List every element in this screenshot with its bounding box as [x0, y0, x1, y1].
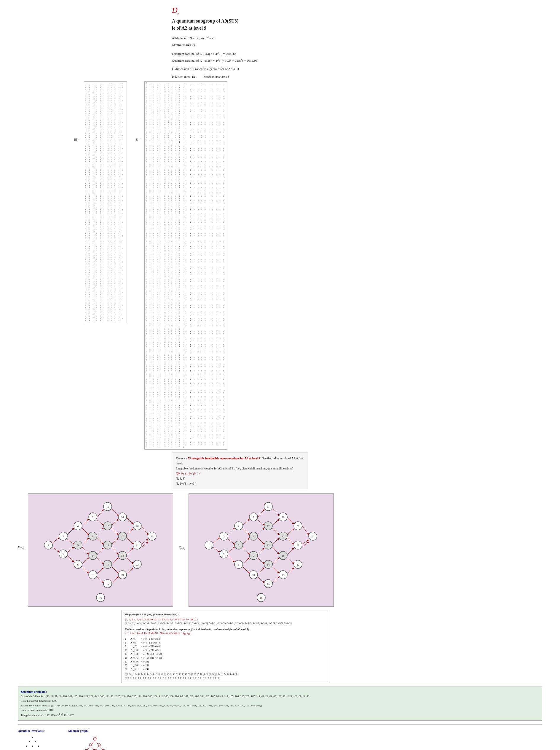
svg-line-67: [112, 519, 118, 525]
svg-point-174: [32, 746, 33, 747]
svg-text:2: 2: [63, 535, 64, 538]
title-d9: D9: [172, 6, 542, 15]
total-horizontal: Total horizontal dimension : 8193: [21, 699, 57, 702]
svg-line-132: [213, 547, 220, 552]
svg-line-136: [228, 555, 235, 562]
q-dimension-info: Q-dimension of Frobenius algebra F (or o…: [172, 66, 542, 72]
svg-line-131: [213, 538, 220, 543]
svg-text:7: 7: [92, 516, 94, 519]
svg-line-60: [97, 528, 103, 535]
svg-point-199: [93, 737, 96, 740]
svg-text:7: 7: [253, 516, 254, 519]
svg-text:22: 22: [297, 563, 299, 566]
quantum-inv-lattice: [18, 734, 47, 750]
svg-text:17: 17: [282, 535, 285, 538]
svg-text:10: 10: [92, 574, 95, 576]
conformal-numbers: {0, 1 1 1 1 1 1 1 1 1 1 1 1 1 1 1 1 1 1 …: [125, 677, 326, 680]
divider: [18, 724, 542, 725]
modular-graph-title: Modular graph :: [68, 729, 122, 732]
graph-svg-left: 1 2 3 4 5 6 7 8 9 10: [31, 496, 170, 594]
svg-text:20: 20: [297, 525, 300, 528]
svg-text:15: 15: [106, 583, 109, 586]
svg-line-62: [97, 548, 103, 555]
svg-line-144: [258, 520, 264, 525]
svg-text:9: 9: [92, 554, 94, 557]
svg-line-156: [273, 558, 279, 564]
svg-line-152: [273, 519, 279, 525]
svg-text:18: 18: [121, 554, 124, 557]
svg-line-48: [67, 528, 74, 535]
svg-line-77: [126, 548, 133, 555]
svg-text:4: 4: [238, 525, 240, 528]
svg-text:8: 8: [253, 535, 254, 538]
svg-line-141: [243, 558, 249, 564]
svg-line-142: [243, 567, 249, 573]
central-charge-info: Central charge : 6: [172, 42, 542, 47]
svg-line-66: [112, 509, 118, 516]
svg-point-171: [29, 741, 30, 742]
svg-text:4: 4: [77, 525, 79, 528]
conformal-weights: {(0, 0), (1, 1), (0, 0), (0, 0), (3, 3),…: [125, 673, 326, 676]
svg-line-49: [67, 539, 74, 544]
svg-line-69: [112, 538, 118, 544]
svg-text:17: 17: [121, 535, 124, 538]
svg-line-51: [67, 555, 74, 562]
modular-graph-section: Modular graph :: [68, 729, 122, 750]
svg-line-162: [287, 548, 294, 555]
svg-text:10: 10: [252, 574, 255, 576]
svg-line-153: [273, 528, 279, 535]
main-page: D9 A quantum subgroup of A9(SU3) ie of A…: [0, 0, 560, 750]
graph-svg-right: 1 2 3 4 5 6 7 8 9 10 11: [191, 496, 331, 594]
svg-text:13: 13: [106, 544, 109, 547]
quantum-cardinal-a: Quantum cardinal of A : 432[7 + 4√3 ]= 3…: [172, 58, 542, 63]
svg-line-164: [287, 568, 294, 574]
svg-line-81: [141, 539, 148, 544]
modular-sum: ∂ = {1, 9, 7, 10, 13, 14, 19, 20, 21} Mo…: [125, 631, 326, 636]
modular-vertices-title: Modular vertices : 9 (position in list, …: [125, 627, 326, 631]
svg-line-82: [141, 542, 148, 547]
svg-line-163: [287, 558, 294, 564]
quantum-invariants-section: Quantum invariants :: [18, 729, 47, 750]
svg-line-225: [87, 746, 91, 750]
altitude-info: Altitude ie 3+9 = 12 , so q12 = -1: [172, 35, 542, 41]
svg-line-161: [287, 538, 294, 544]
svg-line-150: [258, 577, 264, 583]
svg-line-46: [53, 538, 59, 543]
svg-line-59: [97, 520, 103, 525]
svg-text:19: 19: [121, 574, 124, 576]
svg-text:19: 19: [282, 574, 285, 576]
ei-label: Ei =: [74, 138, 80, 141]
simple-objects-dims: [1, 1+√3 , 1+√3 , 3+2√3 , 3+√3 , 3+2√3 ,…: [125, 621, 326, 626]
svg-text:14: 14: [267, 563, 270, 566]
svg-line-223: [92, 740, 95, 744]
svg-text:16: 16: [260, 596, 263, 599]
svg-point-200: [89, 744, 92, 746]
footer-row: Quantum invariants :: [18, 729, 542, 750]
z-matrix: 1 · · · · · · · · · · · · · · · · · · · …: [144, 81, 227, 450]
svg-line-228: [99, 746, 103, 750]
size-blocks: Size of the 55 blocks : {21, 49, 49, 80,…: [21, 695, 311, 698]
svg-text:20: 20: [151, 535, 154, 538]
svg-text:16: 16: [282, 516, 285, 519]
svg-line-63: [97, 558, 103, 564]
graph-panel-right: 1 2 3 4 5 6 7 8 9 10 11: [188, 493, 334, 607]
svg-line-137: [243, 519, 249, 525]
svg-line-47: [53, 547, 59, 552]
svg-line-76: [126, 538, 133, 544]
svg-text:16: 16: [99, 596, 102, 599]
svg-line-155: [273, 547, 279, 554]
svg-line-167: [302, 542, 308, 547]
svg-text:2: 2: [223, 535, 225, 538]
svg-text:3: 3: [223, 553, 225, 556]
svg-line-53: [82, 528, 88, 535]
svg-text:20: 20: [136, 525, 139, 528]
svg-line-65: [97, 577, 103, 583]
svg-line-166: [302, 540, 308, 544]
svg-line-138: [243, 528, 249, 535]
svg-line-78: [126, 558, 133, 564]
svg-text:16: 16: [121, 516, 124, 519]
svg-text:20: 20: [312, 535, 315, 538]
svg-line-75: [126, 529, 133, 535]
svg-line-135: [228, 547, 235, 552]
graph-left-label: F(1,0): [18, 545, 24, 550]
